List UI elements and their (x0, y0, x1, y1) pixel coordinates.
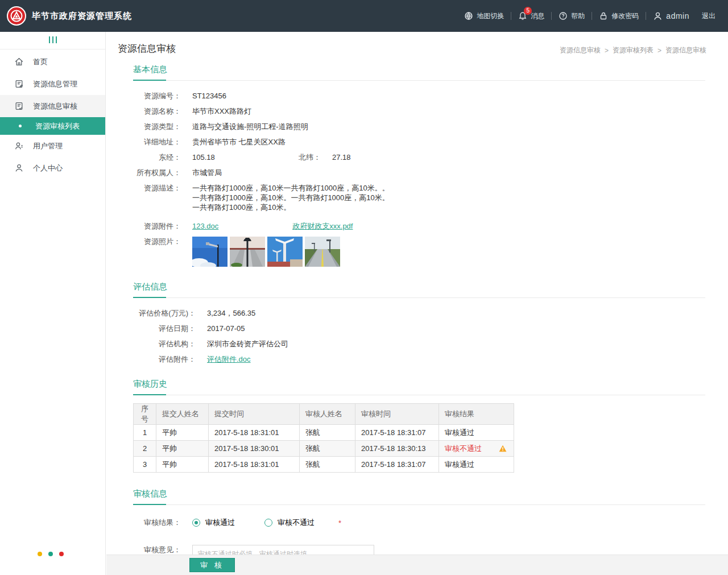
breadcrumb-item: 资源信息审核 (665, 45, 706, 55)
radio-review-fail[interactable]: 审核不通过 (264, 518, 315, 528)
table-row: 1 平帅 2017-5-18 18:31:01 张航 2017-5-18 18:… (134, 425, 514, 441)
user-icon (653, 11, 663, 21)
app-header: 毕节市政府资源管理系统 地图切换 5 消息 (0, 0, 728, 32)
description-label: 资源描述： (133, 183, 181, 193)
help-button[interactable]: 帮助 (552, 11, 592, 21)
page-title: 资源信息审核 (118, 42, 176, 55)
attachments-label: 资源附件： (133, 221, 181, 231)
change-password-label: 修改密码 (611, 11, 639, 21)
bell-icon: 5 (518, 11, 527, 20)
person-icon (14, 163, 24, 173)
radio-selected-icon (192, 519, 200, 527)
breadcrumb-item[interactable]: 资源信息审核 (560, 45, 601, 55)
sidebar-item-personal-center[interactable]: 个人中心 (0, 157, 105, 179)
eval-attach-label: 评估附件： (133, 354, 196, 364)
result-cell: 审核通过 (439, 457, 514, 473)
section-title-basic-info: 基本信息 (133, 64, 167, 80)
eval-date-value: 2017-07-05 (207, 324, 245, 333)
sidebar-item-label: 资源审核列表 (35, 121, 80, 131)
sidebar-item-label: 资源信息管理 (33, 79, 77, 89)
sidebar-collapse-button[interactable] (0, 32, 105, 49)
messages-button[interactable]: 5 消息 (511, 11, 551, 21)
status-dots (38, 552, 70, 556)
table-header-row: 序号 提交人姓名 提交时间 审核人姓名 审核时间 审核结果 (134, 404, 514, 425)
section-underline (133, 504, 705, 505)
col-header-result: 审核结果 (439, 404, 514, 425)
username: admin (666, 11, 689, 20)
sidebar-item-label: 用户管理 (33, 141, 63, 151)
owner-value: 市城管局 (192, 168, 222, 177)
review-result-label: 审核结果： (133, 518, 181, 528)
home-icon (14, 57, 24, 67)
section-underline (133, 395, 705, 395)
resource-photo[interactable] (305, 237, 340, 267)
attachment-link[interactable]: 123.doc (192, 221, 218, 231)
eval-attachment-link[interactable]: 评估附件.doc (207, 354, 251, 364)
eval-org-label: 评估机构： (133, 339, 196, 349)
eval-date-label: 评估日期： (133, 324, 196, 333)
submit-review-button[interactable]: 审 核 (189, 558, 235, 572)
breadcrumb-separator: > (657, 47, 661, 55)
change-password-button[interactable]: 修改密码 (592, 11, 646, 21)
sidebar-item-home[interactable]: 首页 (0, 51, 105, 73)
radio-review-pass[interactable]: 审核通过 (192, 518, 235, 528)
bullet-icon (19, 125, 22, 127)
review-history-table: 序号 提交人姓名 提交时间 审核人姓名 审核时间 审核结果 1 平帅 2017-… (133, 403, 514, 473)
latitude-value: 27.18 (332, 152, 351, 162)
eval-org-value: 深圳市金砖资产评估公司 (207, 339, 288, 349)
resource-name-label: 资源名称： (133, 106, 181, 116)
brand: 毕节市政府资源管理系统 (0, 6, 132, 26)
red-dot-icon (59, 552, 64, 556)
sidebar-item-resource-management[interactable]: 资源信息管理 (0, 73, 105, 95)
top-navigation: 地图切换 5 消息 帮助 (457, 11, 728, 21)
resource-photo[interactable] (230, 237, 265, 267)
longitude-label: 东经： (133, 152, 181, 162)
help-label: 帮助 (571, 11, 585, 21)
document-check-icon (14, 101, 24, 111)
map-switch-button[interactable]: 地图切换 (457, 11, 511, 21)
section-title-review: 审核信息 (133, 489, 167, 504)
resource-name-value: 毕节市XXX路路灯 (192, 106, 251, 116)
sidebar-item-review-list-active[interactable]: 资源审核列表 (0, 117, 105, 135)
longitude-value: 105.18 (192, 152, 275, 162)
breadcrumb-separator: > (605, 47, 609, 55)
review-opinion-label: 审核意见： (133, 545, 181, 555)
resource-photo[interactable] (267, 237, 303, 267)
basic-info-fields: 资源编号： ST123456 资源名称： 毕节市XXX路路灯 资源类型： 道路与… (133, 81, 705, 267)
logout-button[interactable]: 退出 (696, 11, 718, 21)
radio-fail-label: 审核不通过 (278, 518, 315, 528)
sidebar-item-label: 资源信息审核 (33, 101, 77, 111)
result-cell: 审核通过 (439, 425, 514, 441)
eval-price-value: 3,234，566.35 (207, 308, 255, 318)
footer-bar: 审 核 (106, 555, 728, 575)
main-content: 资源信息审核 资源信息审核 > 资源审核列表 > 资源信息审核 基本信息 资源编… (106, 32, 728, 575)
sidebar: 首页 资源信息管理 资源信息审核 资源审核列表 (0, 32, 106, 575)
messages-label: 消息 (531, 11, 544, 21)
col-header-submit-time: 提交时间 (209, 404, 300, 425)
user-menu[interactable]: admin (646, 11, 696, 21)
sidebar-item-resource-review[interactable]: 资源信息审核 (0, 95, 105, 117)
resource-code-label: 资源编号： (133, 91, 181, 101)
eval-price-label: 评估价格(万元)： (133, 308, 196, 318)
map-switch-icon (464, 11, 473, 20)
warning-icon (499, 445, 507, 452)
table-row: 3 平帅 2017-5-18 18:31:01 张航 2017-5-18 18:… (134, 457, 514, 473)
breadcrumb: 资源信息审核 > 资源审核列表 > 资源信息审核 (560, 45, 706, 55)
sidebar-item-label: 个人中心 (33, 163, 63, 173)
sidebar-item-user-management[interactable]: 用户管理 (0, 135, 105, 157)
breadcrumb-item[interactable]: 资源审核列表 (613, 45, 653, 55)
address-label: 详细地址： (133, 137, 181, 147)
resource-type-value: 道路与交通设施-照明工程-道路照明 (192, 122, 308, 131)
owner-label: 所有权属人： (133, 168, 181, 177)
attachment-link[interactable]: 政府财政支xxx.pdf (292, 221, 353, 231)
section-underline (133, 297, 705, 298)
latitude-label: 北纬： (275, 152, 321, 162)
green-dot-icon (48, 552, 53, 556)
address-value: 贵州省毕节市 七星关区XX路 (192, 137, 286, 147)
section-title-history: 审核历史 (133, 379, 167, 395)
resource-type-label: 资源类型： (133, 122, 181, 131)
description-value: 一共有路灯1000座，高10米一共有路灯1000座，高10米。。 一共有路灯10… (192, 183, 390, 212)
radio-unselected-icon (264, 519, 272, 527)
resource-photo[interactable] (192, 237, 228, 267)
collapse-icon (48, 35, 58, 45)
